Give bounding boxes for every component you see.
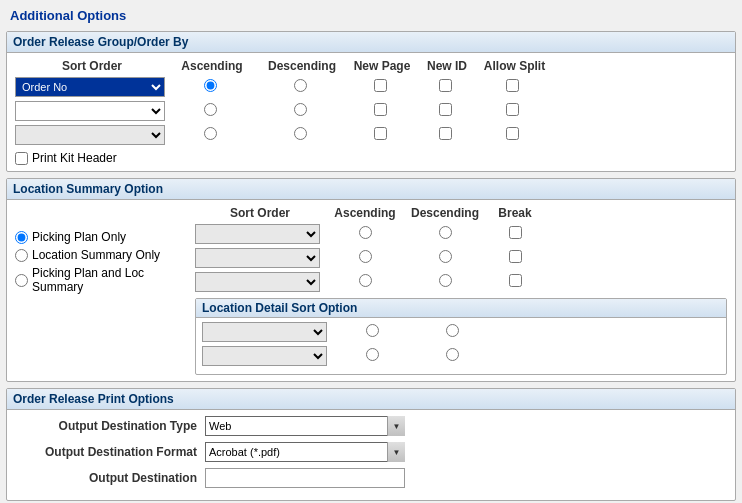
loc-detail-asc-cell-1[interactable] [332,324,412,340]
loc-row-3 [195,272,727,292]
loc-sort-cell-1[interactable] [195,224,325,244]
print-options-section: Order Release Print Options Output Desti… [6,388,736,501]
loc-break-cell-3[interactable] [485,274,545,290]
loc-sort-select-2[interactable] [195,248,320,268]
loc-sort-cell-3[interactable] [195,272,325,292]
loc-radio-location-summary-only[interactable] [15,249,28,262]
new-id-cell-1[interactable] [415,79,475,95]
loc-break-checkbox-3[interactable] [509,274,522,287]
loc-radio-picking-plan-only[interactable] [15,231,28,244]
loc-table-col: Sort Order Ascending Descending Break [195,206,727,375]
loc-radio-picking-plan-loc-summary[interactable] [15,274,28,287]
output-destination-type-wrapper[interactable]: Web ▼ [205,416,405,436]
new-id-cell-2[interactable] [415,103,475,119]
allow-split-checkbox-3[interactable] [506,127,519,140]
loc-asc-cell-1[interactable] [325,226,405,242]
loc-sort-select-3[interactable] [195,272,320,292]
loc-detail-sort-cell-1[interactable] [202,322,332,342]
descending-radio-1[interactable] [294,79,307,92]
loc-detail-asc-radio-2[interactable] [366,348,379,361]
loc-desc-cell-1[interactable] [405,226,485,242]
col-header-allow-split: Allow Split [477,59,552,73]
output-destination-label: Output Destination [15,471,205,485]
descending-radio-3[interactable] [294,127,307,140]
new-page-checkbox-2[interactable] [374,103,387,116]
ascending-radio-2[interactable] [204,103,217,116]
loc-sort-select-1[interactable] [195,224,320,244]
loc-detail-desc-cell-1[interactable] [412,324,492,340]
new-id-checkbox-2[interactable] [439,103,452,116]
allow-split-cell-3[interactable] [475,127,550,143]
output-destination-format-label: Output Destination Format [15,445,205,459]
ascending-cell-3[interactable] [165,127,255,143]
ascending-cell-1[interactable] [165,79,255,95]
allow-split-cell-2[interactable] [475,103,550,119]
loc-detail-sort-cell-2[interactable] [202,346,332,366]
print-options-body: Output Destination Type Web ▼ Output Des… [7,410,735,500]
loc-asc-radio-2[interactable] [359,250,372,263]
output-destination-format-select[interactable]: Acrobat (*.pdf) [205,442,405,462]
allow-split-cell-1[interactable] [475,79,550,95]
output-destination-type-row: Output Destination Type Web ▼ [15,416,727,436]
loc-row-1 [195,224,727,244]
output-destination-format-wrapper[interactable]: Acrobat (*.pdf) ▼ [205,442,405,462]
loc-radio-label-1: Picking Plan Only [32,230,126,244]
loc-asc-cell-2[interactable] [325,250,405,266]
sort-order-select-1[interactable]: Order No [15,77,165,97]
loc-desc-radio-2[interactable] [439,250,452,263]
new-page-cell-3[interactable] [345,127,415,143]
loc-break-cell-2[interactable] [485,250,545,266]
col-header-ascending: Ascending [167,59,257,73]
sort-order-cell-1[interactable]: Order No [15,77,165,97]
allow-split-checkbox-1[interactable] [506,79,519,92]
loc-detail-sort-select-2[interactable] [202,346,327,366]
loc-detail-desc-cell-2[interactable] [412,348,492,364]
sort-order-cell-3[interactable] [15,125,165,145]
loc-break-checkbox-1[interactable] [509,226,522,239]
new-id-cell-3[interactable] [415,127,475,143]
loc-asc-radio-3[interactable] [359,274,372,287]
loc-detail-desc-radio-1[interactable] [446,324,459,337]
order-release-group-title: Order Release Group/Order By [7,32,735,53]
loc-detail-asc-cell-2[interactable] [332,348,412,364]
descending-cell-2[interactable] [255,103,345,119]
output-destination-type-select[interactable]: Web [205,416,405,436]
loc-asc-cell-3[interactable] [325,274,405,290]
loc-radio-option-3[interactable]: Picking Plan and Loc Summary [15,266,195,294]
loc-desc-cell-2[interactable] [405,250,485,266]
new-id-checkbox-3[interactable] [439,127,452,140]
descending-radio-2[interactable] [294,103,307,116]
descending-cell-1[interactable] [255,79,345,95]
loc-break-cell-1[interactable] [485,226,545,242]
allow-split-checkbox-2[interactable] [506,103,519,116]
new-id-checkbox-1[interactable] [439,79,452,92]
loc-detail-desc-radio-2[interactable] [446,348,459,361]
new-page-cell-2[interactable] [345,103,415,119]
loc-radio-option-1[interactable]: Picking Plan Only [15,230,195,244]
ascending-radio-1[interactable] [204,79,217,92]
ascending-cell-2[interactable] [165,103,255,119]
print-kit-header-checkbox[interactable] [15,152,28,165]
sort-order-cell-2[interactable] [15,101,165,121]
sort-order-select-3[interactable] [15,125,165,145]
output-destination-input[interactable] [205,468,405,488]
loc-desc-radio-3[interactable] [439,274,452,287]
new-page-checkbox-3[interactable] [374,127,387,140]
order-group-col-headers: Sort Order Ascending Descending New Page… [15,59,727,73]
descending-cell-3[interactable] [255,127,345,143]
order-group-row-1: Order No [15,77,727,97]
loc-sort-cell-2[interactable] [195,248,325,268]
loc-break-checkbox-2[interactable] [509,250,522,263]
order-release-group-section: Order Release Group/Order By Sort Order … [6,31,736,172]
loc-detail-sort-select-1[interactable] [202,322,327,342]
loc-desc-radio-1[interactable] [439,226,452,239]
loc-radio-option-2[interactable]: Location Summary Only [15,248,195,262]
new-page-checkbox-1[interactable] [374,79,387,92]
new-page-cell-1[interactable] [345,79,415,95]
ascending-radio-3[interactable] [204,127,217,140]
loc-desc-cell-3[interactable] [405,274,485,290]
loc-detail-asc-radio-1[interactable] [366,324,379,337]
loc-asc-radio-1[interactable] [359,226,372,239]
sort-order-select-2[interactable] [15,101,165,121]
print-kit-header-row: Print Kit Header [15,151,727,165]
